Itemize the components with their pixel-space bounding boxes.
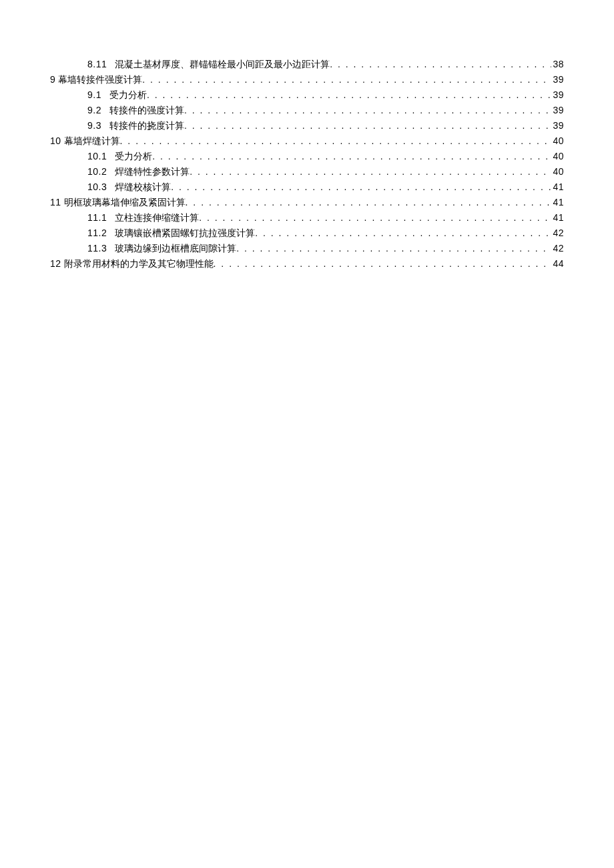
toc-entry[interactable]: 10 幕墙焊缝计算 40 xyxy=(50,133,564,149)
toc-leader-dots xyxy=(120,133,552,149)
toc-entry-number: 8.11 xyxy=(87,57,107,72)
toc-entry-title: 受力分析 xyxy=(115,149,152,164)
toc-entry[interactable]: 12 附录常用材料的力学及其它物理性能 44 xyxy=(50,256,564,272)
toc-entry-number: 10.3 xyxy=(87,179,107,195)
toc-entry-page: 40 xyxy=(551,164,564,179)
toc-leader-dots xyxy=(152,149,551,164)
toc-entry[interactable]: 10.1受力分析 40 xyxy=(50,149,564,164)
toc-entry-page: 42 xyxy=(551,226,564,241)
toc-entry-page: 41 xyxy=(551,210,564,226)
toc-leader-dots xyxy=(190,164,551,179)
toc-entry-title: 立柱连接伸缩缝计算 xyxy=(115,210,199,226)
toc-entry-page: 39 xyxy=(551,118,564,133)
toc-leader-dots xyxy=(171,179,551,195)
toc-entry[interactable]: 9.3转接件的挠度计算 39 xyxy=(50,118,564,133)
toc-entry-number: 11 xyxy=(50,195,61,210)
toc-entry[interactable]: 8.11混凝土基材厚度、群锚锚栓最小间距及最小边距计算 38 xyxy=(50,57,564,72)
toc-entry-page: 38 xyxy=(551,57,564,72)
toc-entry-page: 39 xyxy=(551,72,564,87)
toc-entry-page: 41 xyxy=(551,179,564,195)
toc-leader-dots xyxy=(184,103,551,118)
toc-entry-number: 9.1 xyxy=(87,87,101,103)
toc-entry-number: 12 xyxy=(50,256,61,272)
toc-entry-title: 受力分析 xyxy=(109,87,147,103)
toc-entry-page: 40 xyxy=(551,133,564,149)
toc-entry-title: 转接件的强度计算 xyxy=(109,103,184,118)
toc-entry-title: 幕墙转接件强度计算 xyxy=(58,72,142,87)
toc-entry[interactable]: 11.3玻璃边缘到边框槽底间隙计算 42 xyxy=(50,241,564,256)
toc-entry[interactable]: 11 明框玻璃幕墙伸缩及紧固计算 41 xyxy=(50,195,564,210)
toc-leader-dots xyxy=(142,72,551,87)
toc-entry-title: 转接件的挠度计算 xyxy=(109,118,184,133)
toc-leader-dots xyxy=(147,87,551,103)
toc-entry-title: 明框玻璃幕墙伸缩及紧固计算 xyxy=(64,195,186,210)
toc-entry-title: 焊缝特性参数计算 xyxy=(115,164,190,179)
toc-entry-number: 9.3 xyxy=(87,118,101,133)
toc-entry-page: 40 xyxy=(551,149,564,164)
toc-entry-title: 混凝土基材厚度、群锚锚栓最小间距及最小边距计算 xyxy=(115,57,330,72)
toc-entry-title: 附录常用材料的力学及其它物理性能 xyxy=(64,256,214,272)
toc-entry-page: 44 xyxy=(551,256,564,272)
toc-entry[interactable]: 10.2焊缝特性参数计算 40 xyxy=(50,164,564,179)
toc-entry-title: 玻璃边缘到边框槽底间隙计算 xyxy=(115,241,236,256)
toc-entry-number: 9 xyxy=(50,72,55,87)
toc-entry-title: 焊缝校核计算 xyxy=(115,179,171,195)
toc-entry-page: 39 xyxy=(551,103,564,118)
table-of-contents: 8.11混凝土基材厚度、群锚锚栓最小间距及最小边距计算 38 9 幕墙转接件强度… xyxy=(50,57,564,272)
toc-leader-dots xyxy=(255,226,551,241)
toc-leader-dots xyxy=(214,256,552,272)
toc-leader-dots xyxy=(184,118,551,133)
toc-entry-page: 42 xyxy=(551,241,564,256)
toc-entry-page: 39 xyxy=(551,87,564,103)
toc-entry[interactable]: 11.2玻璃镶嵌槽紧固螺钉抗拉强度计算 42 xyxy=(50,226,564,241)
toc-entry-number: 10 xyxy=(50,133,61,149)
toc-leader-dots xyxy=(330,57,551,72)
toc-leader-dots xyxy=(236,241,551,256)
toc-entry-number: 10.1 xyxy=(87,149,107,164)
toc-entry-title: 玻璃镶嵌槽紧固螺钉抗拉强度计算 xyxy=(115,226,255,241)
toc-entry-number: 9.2 xyxy=(87,103,101,118)
toc-entry[interactable]: 9 幕墙转接件强度计算 39 xyxy=(50,72,564,87)
toc-entry[interactable]: 9.2转接件的强度计算 39 xyxy=(50,103,564,118)
toc-leader-dots xyxy=(186,195,552,210)
toc-entry[interactable]: 9.1受力分析 39 xyxy=(50,87,564,103)
toc-entry-page: 41 xyxy=(551,195,564,210)
toc-entry[interactable]: 11.1立柱连接伸缩缝计算 41 xyxy=(50,210,564,226)
toc-entry-title: 幕墙焊缝计算 xyxy=(64,133,120,149)
toc-entry[interactable]: 10.3焊缝校核计算 41 xyxy=(50,179,564,195)
toc-entry-number: 11.2 xyxy=(87,226,107,241)
toc-leader-dots xyxy=(199,210,551,226)
toc-entry-number: 10.2 xyxy=(87,164,107,179)
toc-entry-number: 11.3 xyxy=(87,241,107,256)
toc-entry-number: 11.1 xyxy=(87,210,107,226)
